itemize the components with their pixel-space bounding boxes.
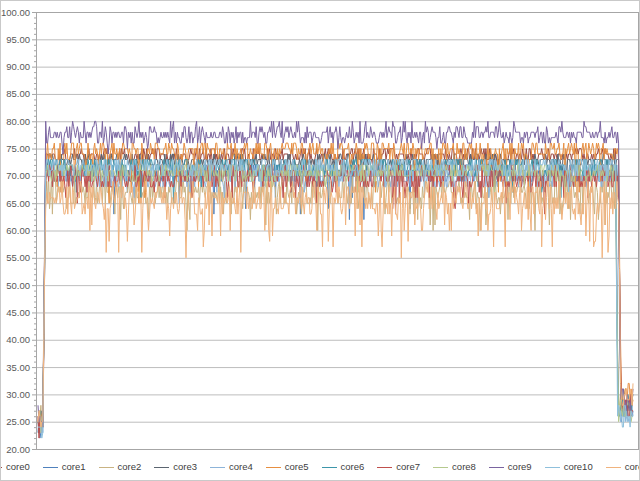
series-core11-line	[38, 181, 633, 427]
legend-swatch	[433, 467, 448, 468]
legend-item-core8: core8	[433, 462, 476, 472]
legend-swatch	[0, 467, 2, 468]
legend-label: core8	[452, 462, 476, 472]
gridlines	[36, 13, 638, 450]
legend-label: core5	[285, 462, 309, 472]
legend-label: core7	[396, 462, 420, 472]
legend-item-core7: core7	[377, 462, 420, 472]
legend-swatch	[545, 467, 560, 468]
y-axis-tick-label: 20.00	[6, 444, 30, 455]
y-axis-tick-label: 35.00	[6, 362, 30, 373]
y-axis-tick-label: 95.00	[6, 34, 30, 45]
legend-item-core4: core4	[210, 462, 253, 472]
legend-label: core0	[6, 462, 30, 472]
legend-swatch	[154, 467, 169, 468]
legend-swatch	[377, 467, 392, 468]
y-axis-tick-label: 65.00	[6, 198, 30, 209]
legend-item-core2: core2	[99, 462, 142, 472]
legend-label: core11	[625, 462, 640, 472]
legend-item-core11: core11	[606, 462, 640, 472]
y-axis-tick-label: 75.00	[6, 143, 30, 154]
y-axis-tick-label: 30.00	[6, 389, 30, 400]
legend-item-core10: core10	[545, 462, 593, 472]
legend-item-core9: core9	[489, 462, 532, 472]
legend-item-core5: core5	[266, 462, 309, 472]
legend-swatch	[99, 467, 114, 468]
legend-label: core9	[508, 462, 532, 472]
y-axis-tick-label: 90.00	[6, 61, 30, 72]
legend-label: core2	[118, 462, 142, 472]
y-axis-tick-label: 85.00	[6, 88, 30, 99]
series-core7-line	[38, 165, 633, 438]
legend-item-core6: core6	[322, 462, 365, 472]
legend-item-core0: core0	[0, 462, 30, 472]
y-axis-tick-label: 60.00	[6, 225, 30, 236]
line-chart: 100.0095.0090.0085.0080.0075.0070.0065.0…	[1, 1, 640, 481]
legend-swatch	[322, 467, 337, 468]
chart-legend: core0core1core2core3core4core5core6core7…	[1, 459, 639, 475]
series-core2-line	[38, 176, 633, 422]
y-axis-tick-label: 55.00	[6, 252, 30, 263]
legend-item-core1: core1	[43, 462, 86, 472]
legend-swatch	[489, 467, 504, 468]
chart-canvas: 100.0095.0090.0085.0080.0075.0070.0065.0…	[0, 0, 640, 481]
y-axis-tick-label: 100.00	[1, 7, 30, 18]
legend-label: core10	[564, 462, 593, 472]
y-axis-labels: 100.0095.0090.0085.0080.0075.0070.0065.0…	[1, 7, 30, 455]
legend-swatch	[210, 467, 225, 468]
legend-swatch	[606, 467, 621, 468]
legend-label: core1	[62, 462, 86, 472]
y-axis-ticks	[32, 13, 36, 450]
y-axis-tick-label: 80.00	[6, 116, 30, 127]
y-axis-tick-label: 25.00	[6, 416, 30, 427]
legend-swatch	[43, 467, 58, 468]
series-core1-line	[38, 165, 633, 438]
legend-swatch	[266, 467, 281, 468]
legend-label: core6	[341, 462, 365, 472]
y-axis-tick-label: 70.00	[6, 170, 30, 181]
legend-label: core4	[229, 462, 253, 472]
y-axis-tick-label: 50.00	[6, 280, 30, 291]
y-axis-tick-label: 45.00	[6, 307, 30, 318]
legend-label: core3	[173, 462, 197, 472]
y-axis-tick-label: 40.00	[6, 334, 30, 345]
legend-item-core3: core3	[154, 462, 197, 472]
